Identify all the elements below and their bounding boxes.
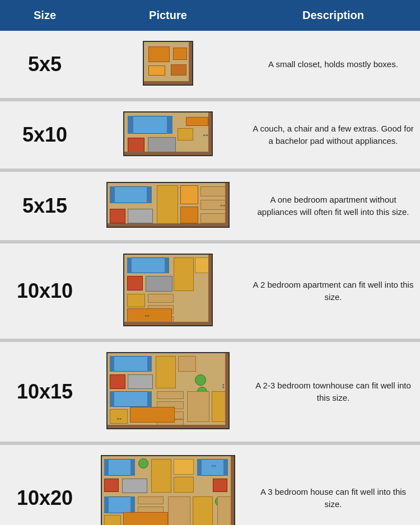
picture-5x10: ↔ [90, 100, 246, 170]
unit-diagram-10x20: ↔ ↔ [101, 455, 235, 525]
picture-10x15: ↔ ↕ [90, 340, 246, 443]
description-5x10: A couch, a chair and a few extras. Good … [246, 100, 420, 170]
picture-10x20: ↔ ↔ [90, 443, 246, 525]
header-row: Size Picture Description [0, 0, 420, 31]
table-row: 10x15 [0, 340, 420, 443]
size-5x15: 5x15 [0, 170, 90, 242]
storage-size-table: Size Picture Description 5x5 A small clo… [0, 0, 420, 525]
unit-diagram-5x5 [143, 41, 193, 86]
picture-5x5 [90, 31, 246, 100]
table-row: 5x5 A small closet, holds mostly boxes. [0, 31, 420, 100]
table-row: 5x10 ↔ A couch, a chair and a few extras… [0, 100, 420, 170]
unit-diagram-5x10: ↔ [123, 111, 213, 156]
size-5x10: 5x10 [0, 100, 90, 170]
header-picture: Picture [90, 0, 246, 31]
header-description: Description [246, 0, 420, 31]
size-10x10: 10x10 [0, 242, 90, 340]
table-row: 10x20 [0, 443, 420, 525]
picture-10x10: ↔ [90, 242, 246, 340]
description-10x10: A 2 bedroom apartment can fit well into … [246, 242, 420, 340]
unit-diagram-10x15: ↔ ↕ [106, 352, 230, 429]
description-10x15: A 2-3 bedroom townhouse can fit well int… [246, 340, 420, 443]
size-10x15: 10x15 [0, 340, 90, 443]
description-10x20: A 3 bedroom house can fit well into this… [246, 443, 420, 525]
description-5x15: A one bedroom apartment without applianc… [246, 170, 420, 242]
size-5x5: 5x5 [0, 31, 90, 100]
unit-diagram-10x10: ↔ [123, 254, 213, 326]
picture-5x15: ↔ [90, 170, 246, 242]
table-row: 10x10 ↔ [0, 242, 420, 340]
description-5x5: A small closet, holds mostly boxes. [246, 31, 420, 100]
size-10x20: 10x20 [0, 443, 90, 525]
unit-diagram-5x15: ↔ [106, 182, 230, 228]
table-row: 5x15 ↔ [0, 170, 420, 242]
header-size: Size [0, 0, 90, 31]
